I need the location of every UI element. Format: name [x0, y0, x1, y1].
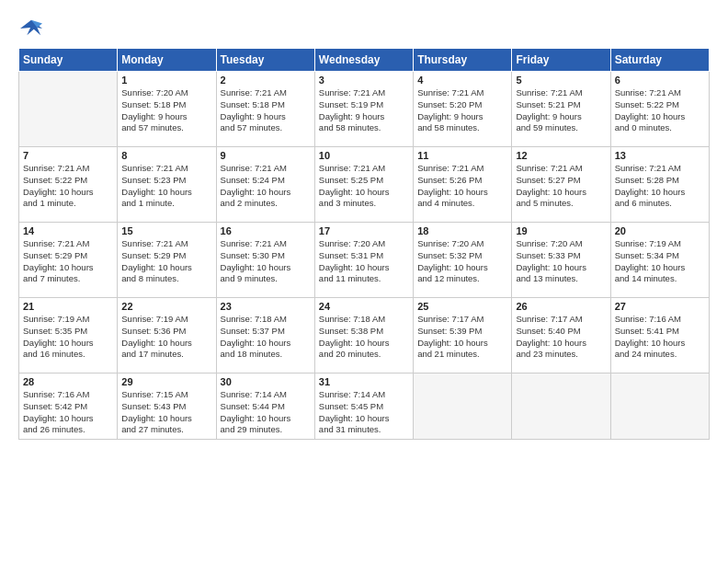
- calendar-cell: 7Sunrise: 7:21 AM Sunset: 5:22 PM Daylig…: [19, 147, 118, 223]
- calendar-week-1: 7Sunrise: 7:21 AM Sunset: 5:22 PM Daylig…: [19, 147, 710, 223]
- calendar-cell: 2Sunrise: 7:21 AM Sunset: 5:18 PM Daylig…: [216, 72, 314, 147]
- day-info: Sunrise: 7:21 AM Sunset: 5:29 PM Dayligh…: [23, 238, 113, 285]
- day-number: 3: [319, 75, 409, 86]
- calendar-cell: [19, 72, 118, 147]
- day-number: 21: [23, 301, 113, 312]
- day-number: 26: [516, 301, 606, 312]
- day-info: Sunrise: 7:21 AM Sunset: 5:22 PM Dayligh…: [23, 163, 113, 210]
- calendar-cell: 24Sunrise: 7:18 AM Sunset: 5:38 PM Dayli…: [314, 298, 413, 373]
- calendar-cell: [414, 373, 512, 440]
- header: [18, 17, 710, 39]
- day-info: Sunrise: 7:21 AM Sunset: 5:28 PM Dayligh…: [615, 163, 705, 210]
- calendar-cell: 16Sunrise: 7:21 AM Sunset: 5:30 PM Dayli…: [216, 223, 314, 298]
- calendar-cell: 23Sunrise: 7:18 AM Sunset: 5:37 PM Dayli…: [216, 298, 314, 373]
- day-number: 9: [221, 150, 311, 161]
- day-info: Sunrise: 7:16 AM Sunset: 5:41 PM Dayligh…: [615, 314, 705, 361]
- calendar-cell: 21Sunrise: 7:19 AM Sunset: 5:35 PM Dayli…: [19, 298, 118, 373]
- day-info: Sunrise: 7:18 AM Sunset: 5:38 PM Dayligh…: [319, 314, 409, 361]
- calendar-cell: 29Sunrise: 7:15 AM Sunset: 5:43 PM Dayli…: [118, 373, 216, 440]
- day-info: Sunrise: 7:14 AM Sunset: 5:45 PM Dayligh…: [319, 389, 409, 436]
- day-info: Sunrise: 7:20 AM Sunset: 5:18 PM Dayligh…: [121, 87, 211, 134]
- day-number: 11: [417, 150, 507, 161]
- day-number: 16: [221, 225, 311, 236]
- calendar-cell: 19Sunrise: 7:20 AM Sunset: 5:33 PM Dayli…: [512, 223, 610, 298]
- day-number: 8: [121, 150, 211, 161]
- day-number: 15: [121, 225, 211, 236]
- calendar-cell: 14Sunrise: 7:21 AM Sunset: 5:29 PM Dayli…: [19, 223, 118, 298]
- day-number: 12: [516, 150, 606, 161]
- day-info: Sunrise: 7:20 AM Sunset: 5:31 PM Dayligh…: [319, 238, 409, 285]
- calendar-cell: 12Sunrise: 7:21 AM Sunset: 5:27 PM Dayli…: [512, 147, 610, 223]
- calendar-header-friday: Friday: [512, 49, 610, 72]
- day-number: 18: [417, 225, 507, 236]
- calendar-cell: 30Sunrise: 7:14 AM Sunset: 5:44 PM Dayli…: [216, 373, 314, 440]
- calendar-header-thursday: Thursday: [414, 49, 512, 72]
- day-number: 5: [516, 75, 606, 86]
- day-info: Sunrise: 7:20 AM Sunset: 5:33 PM Dayligh…: [516, 238, 606, 285]
- day-number: 29: [121, 376, 211, 387]
- day-number: 14: [23, 225, 113, 236]
- calendar-cell: 27Sunrise: 7:16 AM Sunset: 5:41 PM Dayli…: [610, 298, 709, 373]
- day-info: Sunrise: 7:19 AM Sunset: 5:35 PM Dayligh…: [23, 314, 113, 361]
- day-number: 19: [516, 225, 606, 236]
- calendar-cell: [610, 373, 709, 440]
- day-info: Sunrise: 7:19 AM Sunset: 5:36 PM Dayligh…: [121, 314, 211, 361]
- calendar-cell: 9Sunrise: 7:21 AM Sunset: 5:24 PM Daylig…: [216, 147, 314, 223]
- day-info: Sunrise: 7:16 AM Sunset: 5:42 PM Dayligh…: [23, 389, 113, 436]
- day-number: 31: [319, 376, 409, 387]
- calendar-header-tuesday: Tuesday: [216, 49, 314, 72]
- calendar-cell: 26Sunrise: 7:17 AM Sunset: 5:40 PM Dayli…: [512, 298, 610, 373]
- day-info: Sunrise: 7:21 AM Sunset: 5:25 PM Dayligh…: [319, 163, 409, 210]
- day-number: 30: [221, 376, 311, 387]
- calendar-cell: 8Sunrise: 7:21 AM Sunset: 5:23 PM Daylig…: [118, 147, 216, 223]
- day-number: 1: [121, 75, 211, 86]
- calendar-week-4: 28Sunrise: 7:16 AM Sunset: 5:42 PM Dayli…: [19, 373, 710, 440]
- day-number: 25: [417, 301, 507, 312]
- calendar-cell: 4Sunrise: 7:21 AM Sunset: 5:20 PM Daylig…: [414, 72, 512, 147]
- calendar-header-row: SundayMondayTuesdayWednesdayThursdayFrid…: [19, 49, 710, 72]
- calendar-cell: 17Sunrise: 7:20 AM Sunset: 5:31 PM Dayli…: [314, 223, 413, 298]
- day-info: Sunrise: 7:14 AM Sunset: 5:44 PM Dayligh…: [221, 389, 311, 436]
- calendar-cell: 18Sunrise: 7:20 AM Sunset: 5:32 PM Dayli…: [414, 223, 512, 298]
- day-info: Sunrise: 7:17 AM Sunset: 5:39 PM Dayligh…: [417, 314, 507, 361]
- calendar-cell: [512, 373, 610, 440]
- calendar-week-0: 1Sunrise: 7:20 AM Sunset: 5:18 PM Daylig…: [19, 72, 710, 147]
- svg-marker-0: [20, 20, 42, 36]
- day-info: Sunrise: 7:21 AM Sunset: 5:18 PM Dayligh…: [221, 87, 311, 134]
- day-number: 24: [319, 301, 409, 312]
- logo: [18, 17, 48, 39]
- day-number: 13: [615, 150, 705, 161]
- calendar-cell: 25Sunrise: 7:17 AM Sunset: 5:39 PM Dayli…: [414, 298, 512, 373]
- day-number: 22: [121, 301, 211, 312]
- calendar-cell: 5Sunrise: 7:21 AM Sunset: 5:21 PM Daylig…: [512, 72, 610, 147]
- logo-icon: [18, 17, 44, 39]
- page: SundayMondayTuesdayWednesdayThursdayFrid…: [0, 0, 728, 563]
- calendar-cell: 20Sunrise: 7:19 AM Sunset: 5:34 PM Dayli…: [610, 223, 709, 298]
- calendar-cell: 22Sunrise: 7:19 AM Sunset: 5:36 PM Dayli…: [118, 298, 216, 373]
- day-number: 10: [319, 150, 409, 161]
- day-number: 27: [615, 301, 705, 312]
- day-info: Sunrise: 7:21 AM Sunset: 5:27 PM Dayligh…: [516, 163, 606, 210]
- day-number: 28: [23, 376, 113, 387]
- calendar-header-saturday: Saturday: [610, 49, 709, 72]
- day-info: Sunrise: 7:21 AM Sunset: 5:22 PM Dayligh…: [615, 87, 705, 134]
- calendar-cell: 31Sunrise: 7:14 AM Sunset: 5:45 PM Dayli…: [314, 373, 413, 440]
- day-info: Sunrise: 7:21 AM Sunset: 5:20 PM Dayligh…: [417, 87, 507, 134]
- calendar-header-monday: Monday: [118, 49, 216, 72]
- day-info: Sunrise: 7:21 AM Sunset: 5:21 PM Dayligh…: [516, 87, 606, 134]
- day-info: Sunrise: 7:20 AM Sunset: 5:32 PM Dayligh…: [417, 238, 507, 285]
- day-info: Sunrise: 7:17 AM Sunset: 5:40 PM Dayligh…: [516, 314, 606, 361]
- day-info: Sunrise: 7:18 AM Sunset: 5:37 PM Dayligh…: [221, 314, 311, 361]
- calendar-cell: 11Sunrise: 7:21 AM Sunset: 5:26 PM Dayli…: [414, 147, 512, 223]
- calendar-week-3: 21Sunrise: 7:19 AM Sunset: 5:35 PM Dayli…: [19, 298, 710, 373]
- day-info: Sunrise: 7:21 AM Sunset: 5:19 PM Dayligh…: [319, 87, 409, 134]
- day-number: 4: [417, 75, 507, 86]
- calendar-cell: 6Sunrise: 7:21 AM Sunset: 5:22 PM Daylig…: [610, 72, 709, 147]
- day-number: 23: [221, 301, 311, 312]
- day-number: 17: [319, 225, 409, 236]
- day-info: Sunrise: 7:21 AM Sunset: 5:26 PM Dayligh…: [417, 163, 507, 210]
- day-info: Sunrise: 7:21 AM Sunset: 5:24 PM Dayligh…: [221, 163, 311, 210]
- calendar-cell: 3Sunrise: 7:21 AM Sunset: 5:19 PM Daylig…: [314, 72, 413, 147]
- calendar-cell: 10Sunrise: 7:21 AM Sunset: 5:25 PM Dayli…: [314, 147, 413, 223]
- calendar-cell: 13Sunrise: 7:21 AM Sunset: 5:28 PM Dayli…: [610, 147, 709, 223]
